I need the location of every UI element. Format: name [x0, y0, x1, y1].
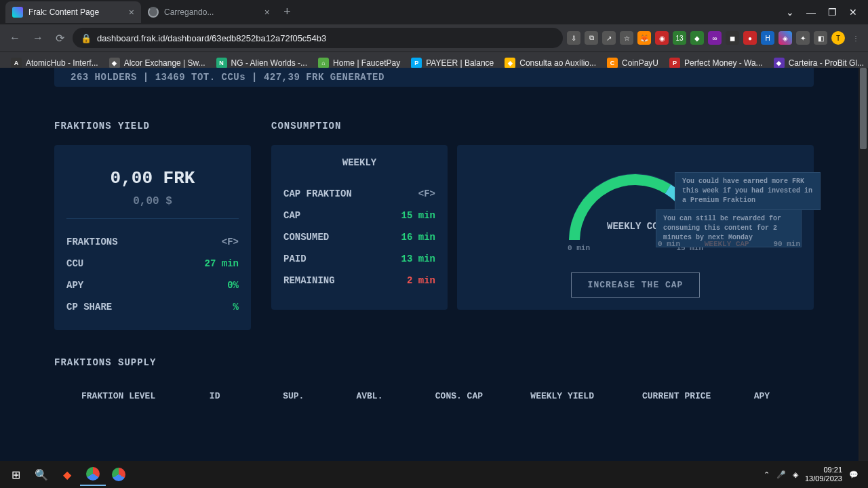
notification-icon[interactable]: 💬 — [849, 470, 859, 479]
chrome-icon-2[interactable] — [106, 463, 132, 486]
tabs-bar: Frak: Content Page × Carregando... × + ⌄… — [0, 0, 868, 24]
capfrak-value: <F> — [418, 188, 435, 199]
col-avbl: AVBL. — [356, 391, 394, 401]
stats-banner: 263 HOLDERS | 13469 TOT. CCUs | 427,39 F… — [54, 68, 814, 87]
supply-title: FRAKTIONS SUPPLY — [54, 357, 814, 368]
start-button[interactable]: ⊞ — [3, 463, 28, 486]
extension-icon[interactable]: ● — [743, 31, 757, 45]
remaining-label: REMAINING — [283, 275, 335, 286]
extension-icon[interactable]: ⇩ — [567, 31, 580, 45]
bookmark-icon: ◆ — [774, 58, 785, 68]
bookmark-icon: ◆ — [109, 58, 120, 68]
vertical-scrollbar[interactable] — [859, 68, 868, 461]
supply-table-header: FRAKTION LEVEL ID SUP. AVBL. CONS. CAP W… — [54, 382, 814, 411]
extensions-icon[interactable]: ✦ — [796, 31, 810, 45]
weekly-title: WEEKLY — [283, 157, 435, 168]
bookmark-icon: N — [216, 58, 227, 68]
forward-button[interactable]: → — [28, 29, 47, 47]
windows-taskbar: ⊞ 🔍 ◆ ⌃ 🎤 ◈ 09:21 13/09/2023 💬 — [0, 461, 868, 488]
lock-icon: 🔒 — [81, 33, 92, 43]
col-level: FRAKTION LEVEL — [81, 391, 169, 401]
increase-cap-button[interactable]: INCREASE THE CAP — [571, 272, 701, 298]
reload-button[interactable]: ⟳ — [52, 29, 68, 47]
apy-label: APY — [66, 280, 83, 291]
url-input[interactable]: 🔒 dashboard.frak.id/dashboard/63edb8252b… — [73, 28, 563, 48]
chevron-down-icon[interactable]: ⌄ — [786, 7, 794, 18]
extension-icon[interactable]: ◉ — [655, 31, 669, 45]
star-icon[interactable]: ☆ — [620, 31, 633, 45]
bookmark-icon: P — [411, 58, 422, 68]
bookmark-icon: P — [669, 58, 680, 68]
consumed-label: CONSUMED — [283, 232, 329, 243]
page-content: 263 HOLDERS | 13469 TOT. CCUs | 427,39 F… — [0, 68, 868, 461]
profile-avatar[interactable]: T — [831, 31, 845, 45]
generated-stat: 427,39 FRK GENERATED — [264, 72, 384, 83]
tab-title: Frak: Content Page — [28, 7, 99, 17]
paid-label: PAID — [283, 253, 307, 264]
share-icon[interactable]: ↗ — [602, 31, 616, 45]
maximize-icon[interactable]: ❐ — [828, 7, 837, 18]
close-icon[interactable]: × — [264, 7, 270, 18]
supply-section: FRAKTIONS SUPPLY FRAKTION LEVEL ID SUP. … — [0, 330, 868, 411]
back-gauge-label: WEEKLY CAP — [705, 240, 749, 248]
col-id: ID — [210, 391, 242, 401]
sidepanel-icon[interactable]: ◧ — [814, 31, 827, 45]
bookmark-icon: A — [11, 58, 22, 68]
menu-icon[interactable]: ⋮ — [849, 31, 863, 45]
fraktions-label: FRAKTIONS — [66, 237, 118, 247]
new-tab-button[interactable]: + — [277, 5, 298, 19]
extension-icon[interactable]: 🦊 — [637, 31, 651, 45]
window-controls: ⌄ ― ❐ ✕ — [786, 7, 868, 18]
holders-stat: 263 HOLDERS — [71, 72, 137, 83]
url-text: dashboard.frak.id/dashboard/63edb8252ba1… — [97, 33, 326, 43]
ccu-label: CCU — [66, 258, 83, 269]
cap-value: 15 min — [401, 210, 435, 221]
paid-value: 13 min — [401, 253, 435, 264]
search-icon[interactable]: 🔍 — [28, 463, 54, 486]
extension-icon[interactable]: ◆ — [690, 31, 704, 45]
col-conscap: CONS. CAP — [435, 391, 490, 401]
tab-favicon — [12, 7, 23, 18]
tab-inactive[interactable]: Carregando... × — [141, 1, 277, 23]
yield-frk-value: 0,00 FRK — [66, 168, 239, 188]
browser-chrome: Frak: Content Page × Carregando... × + ⌄… — [0, 0, 868, 68]
tray-chevron-icon[interactable]: ⌃ — [764, 470, 770, 479]
tab-active[interactable]: Frak: Content Page × — [5, 1, 141, 23]
scrollbar-thumb[interactable] — [860, 68, 867, 149]
extension-icon[interactable]: 13 — [673, 31, 686, 45]
back-button[interactable]: ← — [5, 29, 24, 47]
back-gauge-min: 0 min — [658, 240, 680, 248]
minimize-icon[interactable]: ― — [806, 7, 816, 18]
weekly-panel: WEEKLY CAP FRAKTION<F> CAP15 min CONSUME… — [271, 145, 448, 310]
extension-icon[interactable]: ⧉ — [585, 31, 598, 45]
tray-network-icon[interactable]: ◈ — [793, 470, 798, 479]
col-price: CURRENT PRICE — [642, 391, 713, 401]
yield-usd-value: 0,00 $ — [66, 195, 239, 207]
bookmark-icon: C — [607, 58, 618, 68]
remaining-value: 2 min — [407, 275, 435, 286]
extension-icon[interactable]: H — [761, 31, 774, 45]
extension-icon[interactable]: ◈ — [778, 31, 792, 45]
extension-icon[interactable]: ∞ — [708, 31, 722, 45]
gauge-panel: WEEKLY CCU 0 min 15 min You could have e… — [457, 145, 814, 310]
cpshare-value: % — [233, 302, 239, 312]
cpshare-label: CP SHARE — [66, 302, 112, 312]
tray-mic-icon[interactable]: 🎤 — [776, 470, 786, 479]
close-icon[interactable]: × — [129, 7, 134, 18]
taskbar-clock[interactable]: 09:21 13/09/2023 — [805, 466, 842, 483]
close-icon[interactable]: ✕ — [849, 7, 857, 18]
col-apy: APY — [754, 391, 787, 401]
brave-icon[interactable]: ◆ — [54, 463, 80, 486]
ccus-stat: 13469 TOT. CCUs — [155, 72, 246, 83]
apy-value: 0% — [227, 280, 239, 291]
back-gauge-max: 90 min — [773, 240, 800, 248]
fraktions-value: <F> — [222, 237, 239, 247]
chrome-icon[interactable] — [80, 463, 106, 486]
consumption-section: CONSUMPTION WEEKLY CAP FRAKTION<F> CAP15… — [271, 121, 814, 330]
address-bar: ← → ⟳ 🔒 dashboard.frak.id/dashboard/63ed… — [0, 24, 868, 52]
bookmark-icon: ◆ — [505, 58, 515, 68]
yield-title: FRAKTIONS YIELD — [54, 121, 251, 131]
extension-icon[interactable]: ◼ — [726, 31, 739, 45]
yield-panel: 0,00 FRK 0,00 $ FRAKTIONS<F> CCU27 min A… — [54, 145, 251, 330]
yield-section: FRAKTIONS YIELD 0,00 FRK 0,00 $ FRAKTION… — [54, 121, 251, 330]
